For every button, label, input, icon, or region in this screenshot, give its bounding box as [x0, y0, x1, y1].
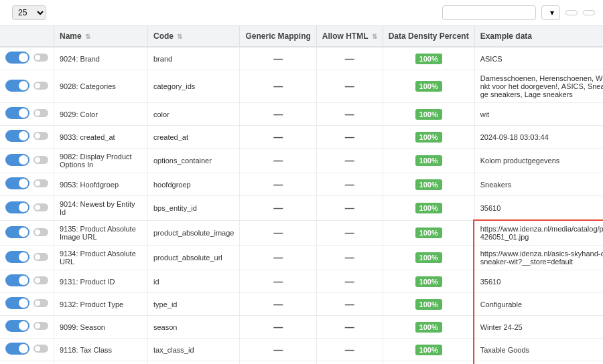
table-body: 9024: Brandbrand——100%ASICS🖊 9028: Categ… [0, 47, 603, 364]
dash-icon: — [273, 345, 283, 355]
allow-html-dash: — [345, 132, 354, 143]
allow-html-cell: — [316, 270, 383, 293]
toggle-group [5, 52, 48, 64]
prev-button[interactable] [565, 10, 578, 15]
code-cell: product_absolute_url [148, 246, 240, 270]
secondary-toggle[interactable] [34, 54, 48, 62]
entries-select[interactable]: 25 50 100 [12, 5, 46, 20]
col-code-label: Code [153, 31, 174, 41]
allow-html-dash: — [345, 155, 354, 166]
generic-mapping-cell: — [240, 316, 316, 339]
density-badge: 100% [415, 203, 442, 213]
allow-html-cell: — [316, 47, 383, 70]
table-row: 9033: created_atcreated_at——100%2024-09-… [0, 126, 603, 149]
col-allow-html[interactable]: Allow HTML ⇅ [316, 26, 383, 47]
secondary-toggle[interactable] [34, 253, 48, 261]
toggle-cell [0, 149, 54, 173]
allow-html-sort-icon: ⇅ [372, 33, 377, 40]
code-cell: updated_at [148, 361, 240, 365]
secondary-toggle[interactable] [34, 82, 48, 90]
name-cell: 9024: Brand [54, 47, 148, 70]
example-cell: 2024-09-18 03:03:44 [474, 126, 603, 149]
code-cell: options_container [148, 149, 240, 173]
main-toggle[interactable] [5, 297, 29, 309]
toggle-cell [0, 270, 54, 293]
code-cell: season [148, 316, 240, 339]
density-cell: 100% [383, 47, 474, 70]
main-toggle[interactable] [5, 80, 29, 92]
name-cell: 9135: Product Absolute Image URL [54, 221, 148, 246]
locale-button[interactable]: ▾ [541, 5, 560, 20]
secondary-toggle[interactable] [34, 299, 48, 307]
allow-html-cell: — [316, 339, 383, 361]
example-cell: Configurable [474, 293, 603, 316]
main-toggle[interactable] [5, 52, 29, 64]
toggle-cell [0, 361, 54, 365]
table-row: 9135: Product Absolute Image URLproduct_… [0, 221, 603, 246]
generic-mapping-cell: — [240, 270, 316, 293]
density-cell: 100% [383, 293, 474, 316]
col-name[interactable]: Name ⇅ [54, 26, 148, 47]
dash-icon: — [273, 276, 283, 287]
name-cell: 9132: Product Type [54, 293, 148, 316]
density-cell: 100% [383, 149, 474, 173]
toggle-group [5, 251, 48, 263]
dash-icon: — [273, 132, 283, 143]
density-cell: 100% [383, 246, 474, 270]
secondary-toggle[interactable] [34, 179, 48, 187]
col-generic-mapping: Generic Mapping [240, 26, 316, 47]
density-cell: 100% [383, 270, 474, 293]
allow-html-cell: — [316, 196, 383, 221]
main-toggle[interactable] [5, 201, 29, 213]
col-generic-mapping-label: Generic Mapping [245, 31, 310, 41]
secondary-toggle[interactable] [34, 228, 48, 236]
main-toggle[interactable] [5, 130, 29, 142]
dash-icon: — [273, 179, 283, 190]
table-row: 9053: Hoofdgroephoofdgroep——100%Sneakers… [0, 173, 603, 196]
allow-html-cell: — [316, 126, 383, 149]
secondary-toggle[interactable] [34, 276, 48, 284]
dash-icon: — [273, 322, 283, 333]
table-row: 9134: Product Absolute URLproduct_absolu… [0, 246, 603, 270]
main-toggle[interactable] [5, 154, 29, 166]
main-toggle[interactable] [5, 274, 29, 286]
table-row: 9028: Categoriescategory_ids——100%Damess… [0, 70, 603, 103]
main-toggle[interactable] [5, 177, 29, 189]
secondary-toggle[interactable] [34, 322, 48, 330]
allow-html-dash: — [345, 276, 354, 287]
secondary-toggle[interactable] [34, 203, 48, 211]
toggle-group [5, 107, 48, 119]
toggle-cell [0, 173, 54, 196]
table-row: 9029: Colorcolor——100%wit🖊 [0, 103, 603, 126]
secondary-toggle[interactable] [34, 132, 48, 140]
dash-icon: — [273, 299, 283, 310]
density-cell: 100% [383, 316, 474, 339]
secondary-toggle[interactable] [34, 345, 48, 353]
dash-icon: — [273, 109, 283, 120]
main-toggle[interactable] [5, 343, 29, 355]
example-cell: Kolom productgegevens [474, 149, 603, 173]
main-toggle[interactable] [5, 251, 29, 263]
secondary-toggle[interactable] [34, 109, 48, 117]
allow-html-cell: — [316, 246, 383, 270]
secondary-toggle[interactable] [34, 156, 48, 164]
table-row: 9123: updated_atupdated_at——100%2024-09-… [0, 361, 603, 365]
main-toggle[interactable] [5, 320, 29, 332]
toggle-cell [0, 339, 54, 361]
col-code[interactable]: Code ⇅ [148, 26, 240, 47]
dash-icon: — [273, 155, 283, 166]
code-cell: color [148, 103, 240, 126]
search-input[interactable] [442, 5, 536, 20]
example-cell: Winter 24-25 [474, 316, 603, 339]
generic-mapping-cell: — [240, 126, 316, 149]
table-wrapper: Name ⇅ Code ⇅ Generic Mapping Allow HTML… [0, 26, 603, 364]
example-cell: 2024-09-19 03:03:29 [474, 361, 603, 365]
main-toggle[interactable] [5, 107, 29, 119]
allow-html-dash: — [345, 322, 354, 333]
toggle-group [5, 80, 48, 92]
next-button[interactable] [583, 10, 595, 15]
main-toggle[interactable] [5, 226, 29, 238]
density-badge: 100% [415, 345, 442, 355]
toggle-cell [0, 70, 54, 103]
name-cell: 9033: created_at [54, 126, 148, 149]
